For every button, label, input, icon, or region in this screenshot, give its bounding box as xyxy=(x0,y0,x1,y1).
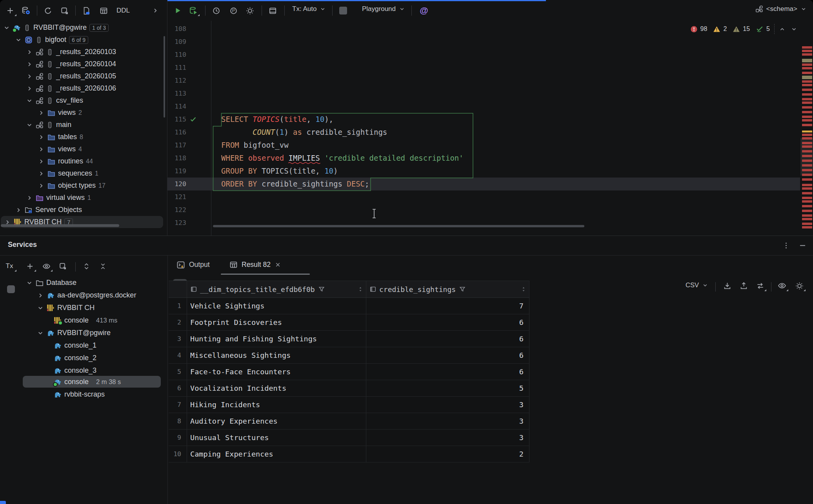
table-row[interactable]: 1Vehicle Sightings7 xyxy=(169,298,529,314)
sort-icon[interactable] xyxy=(520,286,527,292)
chevron-right-icon[interactable] xyxy=(38,134,45,141)
chevron-right-icon[interactable] xyxy=(38,109,45,116)
tree-item-results-20260106[interactable]: _results_20260106 xyxy=(0,82,167,94)
export-download-button[interactable] xyxy=(720,279,734,292)
chevron-down-icon[interactable] xyxy=(26,97,33,104)
open-in-new-tab-button[interactable] xyxy=(56,259,70,273)
in-editor-results-button[interactable] xyxy=(266,4,280,17)
services-item-rvbbit-pgwire[interactable]: RVBBIT@pgwire xyxy=(0,327,165,339)
minimize-button[interactable] xyxy=(795,239,809,252)
add-service-button[interactable] xyxy=(23,259,37,273)
tab-output[interactable]: Output xyxy=(176,255,210,274)
expand-all-button[interactable] xyxy=(79,259,93,273)
open-ddl-mapping-button[interactable] xyxy=(79,4,93,17)
tree-item-csv-views[interactable]: views 2 xyxy=(0,107,167,119)
chevron-down-icon[interactable] xyxy=(26,121,33,129)
run-button[interactable] xyxy=(171,4,185,17)
more-options-kebab-button[interactable] xyxy=(779,239,793,252)
table-row[interactable]: 3Hunting and Fishing Sightings6 xyxy=(169,331,529,347)
tree-item-results-20260105[interactable]: _results_20260105 xyxy=(0,70,167,82)
stop-button[interactable] xyxy=(339,7,347,15)
ai-assistant-icon[interactable]: @ xyxy=(417,4,431,17)
inspections-widget[interactable]: 98 2 15 5 xyxy=(690,24,797,34)
tree-item-tables[interactable]: tables 8 xyxy=(0,131,167,143)
compare-button[interactable] xyxy=(753,279,767,292)
table-row[interactable]: 7Hiking Incidents3 xyxy=(169,397,529,413)
table-row[interactable]: 10Camping Experiences2 xyxy=(169,446,529,462)
tree-item-views[interactable]: views 4 xyxy=(0,143,167,155)
session-dropdown[interactable]: Playground xyxy=(362,5,405,13)
services-item-ch-console[interactable]: console 413 ms xyxy=(0,314,165,326)
result-settings-gear-button[interactable] xyxy=(792,279,806,292)
services-item-rvbbit-ch[interactable]: RVBBIT CH xyxy=(0,302,165,314)
chevron-down-icon[interactable] xyxy=(37,330,44,337)
export-format-dropdown[interactable]: CSV xyxy=(686,281,708,289)
sort-icon[interactable] xyxy=(357,286,364,292)
tx-dropdown[interactable]: Tx xyxy=(2,259,17,273)
import-upload-button[interactable] xyxy=(737,279,751,292)
filter-funnel-icon[interactable] xyxy=(318,286,325,293)
chevron-right-icon[interactable] xyxy=(38,146,45,153)
tree-item-sequences[interactable]: sequences 1 xyxy=(0,167,167,179)
settings-gear-button[interactable] xyxy=(243,4,257,17)
chevron-right-icon[interactable] xyxy=(38,170,45,177)
close-icon[interactable] xyxy=(275,261,281,268)
chevron-right-icon[interactable] xyxy=(26,73,33,80)
tree-item-virtual-views[interactable]: virtual views 1 xyxy=(0,192,167,204)
editor-error-stripe[interactable] xyxy=(800,22,813,236)
tree-item-server-objects[interactable]: Server Objects xyxy=(0,204,167,216)
jump-to-console-button[interactable] xyxy=(57,4,71,17)
tree-item-results-20260103[interactable]: _results_20260103 xyxy=(0,46,167,58)
tree-item-csv-files[interactable]: csv_files xyxy=(0,94,167,107)
services-item-console-running[interactable]: console 2 m 38 s xyxy=(0,376,165,388)
prev-problem-chevron[interactable] xyxy=(779,26,786,33)
table-view-button[interactable] xyxy=(96,4,111,17)
filter-funnel-icon[interactable] xyxy=(459,286,466,293)
history-button[interactable] xyxy=(209,4,223,17)
refresh-button[interactable] xyxy=(41,4,55,17)
code-area[interactable]: 98 2 15 5 108 109 110 111 112 113 11 xyxy=(167,21,813,236)
chevron-right-icon[interactable] xyxy=(26,85,33,92)
explorer-vertical-scrollbar[interactable] xyxy=(164,36,165,118)
ddl-button[interactable]: DDL xyxy=(114,4,133,17)
tree-item-rvbbit-pgwire[interactable]: RVBBIT@pgwire 1 of 3 xyxy=(0,22,167,34)
execute-on-datasource-button[interactable] xyxy=(186,4,200,17)
table-row[interactable]: 6Vocalization Incidents5 xyxy=(169,380,529,397)
table-row[interactable]: 9Unusual Structures3 xyxy=(169,430,529,446)
services-item-aa-dev[interactable]: aa-dev@postgres.docker xyxy=(0,289,165,301)
schema-selector-dropdown[interactable]: <schema> xyxy=(755,5,807,13)
column-header-credible-sightings[interactable]: credible_sightings xyxy=(366,281,529,297)
explorer-horizontal-scrollbar[interactable] xyxy=(1,224,119,227)
view-options-eye-button[interactable] xyxy=(775,279,789,292)
services-item-console-2[interactable]: console_2 xyxy=(0,352,165,364)
services-item-console-1[interactable]: console_1 xyxy=(0,339,165,352)
collapse-all-button[interactable] xyxy=(96,259,110,273)
statement-ok-check-icon[interactable] xyxy=(189,116,197,123)
view-options-eye-button[interactable] xyxy=(39,259,53,273)
tree-item-routines[interactable]: routines 44 xyxy=(0,155,167,167)
row-number-header[interactable] xyxy=(169,281,187,297)
tab-result[interactable]: Result 82 xyxy=(229,255,281,274)
chevron-right-icon[interactable] xyxy=(38,158,45,165)
new-item-button[interactable] xyxy=(3,4,17,17)
table-row[interactable]: 5Face-to-Face Encounters6 xyxy=(169,364,529,380)
parameters-button[interactable] xyxy=(226,4,240,17)
tree-item-main[interactable]: main xyxy=(0,119,167,131)
table-row[interactable]: 2Footprint Discoveries6 xyxy=(169,314,529,331)
editor-horizontal-scrollbar[interactable] xyxy=(213,225,584,227)
chevron-right-icon[interactable] xyxy=(26,194,33,201)
table-row[interactable]: 4Miscellaneous Sightings6 xyxy=(169,347,529,364)
chevron-down-icon[interactable] xyxy=(37,305,44,312)
column-header-topics[interactable]: __dim_topics_title_efdb6f0b xyxy=(187,281,366,297)
tree-item-object-types[interactable]: object types 17 xyxy=(0,179,167,192)
chevron-right-icon[interactable] xyxy=(15,207,22,214)
chevron-down-icon[interactable] xyxy=(3,24,10,31)
chevron-right-icon[interactable] xyxy=(26,49,33,56)
chevron-right-icon[interactable] xyxy=(38,182,45,189)
chevron-right-icon[interactable] xyxy=(26,61,33,68)
next-problem-chevron[interactable] xyxy=(791,26,797,33)
toolbar-overflow-chevron[interactable] xyxy=(148,4,162,17)
tree-item-bigfoot[interactable]: bigfoot 6 of 9 xyxy=(0,34,167,46)
services-item-rvbbit-scraps[interactable]: rvbbit-scraps xyxy=(0,388,165,401)
services-item-database[interactable]: Database xyxy=(0,277,165,289)
